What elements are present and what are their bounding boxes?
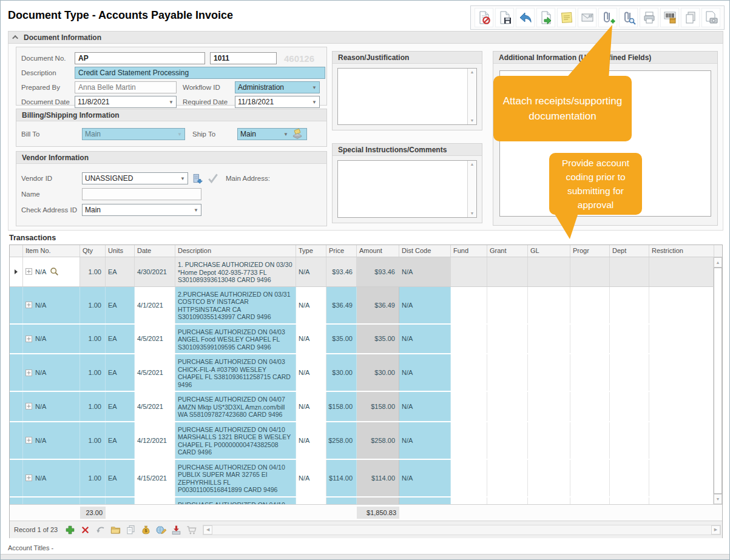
- cell-price[interactable]: $114.00: [326, 460, 357, 496]
- cell-restriction[interactable]: [649, 392, 714, 421]
- vendor-id-dropdown[interactable]: UNASSIGNED▼: [82, 172, 188, 184]
- cell-progr[interactable]: [570, 287, 610, 323]
- cell-dist-code[interactable]: N/A: [399, 354, 451, 391]
- cell-fund[interactable]: [451, 354, 487, 391]
- attach-add-icon[interactable]: [598, 8, 617, 27]
- cell-dept[interactable]: [610, 498, 649, 505]
- cell-type[interactable]: N/A: [296, 392, 326, 421]
- cell-description[interactable]: PURCHASE AUTHORIZED ON 04/10 PUBLIX SUPE…: [175, 460, 296, 496]
- cell-dist-code[interactable]: N/A: [399, 498, 451, 505]
- row-selector[interactable]: [10, 325, 23, 354]
- cell-amount[interactable]: $158.00: [357, 392, 399, 421]
- cell-restriction[interactable]: [649, 287, 714, 323]
- table-row[interactable]: N/A 1.00 EA 4/15/2021 PURCHASE AUTHORIZE…: [10, 460, 714, 498]
- cell-amount[interactable]: $36.49: [357, 287, 399, 323]
- cell-type[interactable]: N/A: [296, 257, 326, 286]
- cell-units[interactable]: EA: [106, 498, 135, 505]
- cell-gl[interactable]: [528, 287, 570, 323]
- document-information-header[interactable]: Document Information: [8, 31, 723, 44]
- void-document-icon[interactable]: [475, 8, 493, 27]
- cell-date[interactable]: 4/30/2021: [135, 257, 175, 286]
- cell-price[interactable]: $30.00: [326, 354, 357, 391]
- header-dist-code[interactable]: Dist Code: [399, 245, 451, 257]
- cell-restriction[interactable]: [649, 422, 714, 459]
- header-gl[interactable]: GL: [528, 245, 570, 257]
- copy-document-icon[interactable]: [124, 524, 137, 536]
- cell-description[interactable]: PURCHASE AUTHORIZED ON 04/03 CHICK-FIL-A…: [175, 354, 296, 391]
- cell-grant[interactable]: [487, 325, 528, 354]
- cell-gl[interactable]: [528, 422, 570, 459]
- cell-dept[interactable]: [610, 287, 649, 323]
- cell-dist-code[interactable]: N/A: [399, 460, 451, 496]
- cell-fund[interactable]: [451, 325, 487, 354]
- cell-price[interactable]: $158.00: [326, 392, 357, 421]
- header-restriction[interactable]: Restriction: [649, 245, 714, 257]
- cell-fund[interactable]: [451, 392, 487, 421]
- scroll-up-icon[interactable]: ▲: [470, 70, 475, 75]
- magnifier-icon[interactable]: [50, 267, 59, 276]
- cell-qty[interactable]: 1.00: [80, 422, 106, 459]
- cell-units[interactable]: EA: [106, 460, 135, 496]
- description-input[interactable]: Credit Card Statement Processing: [75, 67, 325, 79]
- import-icon[interactable]: [170, 524, 183, 536]
- cell-description[interactable]: PURCHASE AUTHORIZED ON 04/03 ANGEL Food …: [175, 325, 296, 354]
- forward-document-icon[interactable]: [536, 8, 555, 27]
- cell-item-no[interactable]: N/A: [23, 354, 80, 391]
- cell-amount[interactable]: $30.00: [357, 354, 399, 391]
- attach-find-icon[interactable]: [619, 8, 638, 27]
- cell-dept[interactable]: [610, 354, 649, 391]
- cell-fund[interactable]: [451, 422, 487, 459]
- cell-date[interactable]: 4/12/2021: [135, 422, 175, 459]
- address-book-icon[interactable]: [291, 128, 304, 140]
- cell-units[interactable]: EA: [106, 257, 135, 286]
- cell-progr[interactable]: [570, 498, 610, 505]
- cell-item-no[interactable]: N/A: [23, 498, 80, 505]
- expand-icon[interactable]: [25, 437, 32, 444]
- cell-grant[interactable]: [487, 498, 528, 505]
- row-selector[interactable]: [10, 354, 23, 391]
- cell-dept[interactable]: [610, 257, 649, 286]
- expand-icon[interactable]: [25, 403, 32, 410]
- required-date-dropdown[interactable]: 11/18/2021▼: [235, 96, 320, 108]
- cell-dist-code[interactable]: N/A: [399, 325, 451, 354]
- vendor-name-input[interactable]: [82, 188, 201, 200]
- cell-grant[interactable]: [487, 460, 528, 496]
- cell-progr[interactable]: [570, 325, 610, 354]
- cell-grant[interactable]: [487, 392, 528, 421]
- cell-item-no[interactable]: N/A: [23, 460, 80, 496]
- cell-amount[interactable]: $93.46: [357, 257, 399, 286]
- undo-icon[interactable]: [94, 524, 107, 536]
- cell-units[interactable]: EA: [106, 287, 135, 323]
- cell-grant[interactable]: [487, 257, 528, 286]
- cell-progr[interactable]: [570, 257, 610, 286]
- cell-dist-code[interactable]: N/A: [399, 422, 451, 459]
- table-row[interactable]: N/A 1.00 EA 4/12/2021 PURCHASE AUTHORIZE…: [10, 422, 714, 460]
- verify-check-icon[interactable]: [206, 172, 220, 184]
- header-dept[interactable]: Dept: [610, 245, 649, 257]
- delete-row-icon[interactable]: [79, 524, 92, 536]
- money-bag-icon[interactable]: $: [140, 524, 152, 536]
- row-selector[interactable]: [10, 460, 23, 496]
- cell-price[interactable]: $258.00: [326, 422, 357, 459]
- row-selector[interactable]: [10, 422, 23, 459]
- row-selector[interactable]: [10, 498, 23, 505]
- cell-qty[interactable]: 1.00: [80, 325, 106, 354]
- scroll-down-button[interactable]: ▼: [714, 494, 722, 504]
- cell-progr[interactable]: [570, 354, 610, 391]
- table-row[interactable]: N/A 1.00 EA 4/5/2021 PURCHASE AUTHORIZED…: [10, 392, 714, 422]
- cell-gl[interactable]: [528, 460, 570, 496]
- notes-icon[interactable]: [557, 8, 576, 27]
- row-selector[interactable]: [10, 257, 23, 286]
- cell-restriction[interactable]: [649, 460, 714, 496]
- cell-type[interactable]: N/A: [296, 460, 326, 496]
- scrollbar[interactable]: ▲▼: [467, 69, 476, 124]
- cell-date[interactable]: 4/12/2021: [135, 498, 175, 505]
- scroll-left-button[interactable]: ◀: [203, 525, 212, 535]
- vendor-lookup-icon[interactable]: [191, 172, 204, 184]
- header-fund[interactable]: Fund: [451, 245, 487, 257]
- vertical-scrollbar[interactable]: ▲ ▼: [713, 257, 722, 504]
- expand-icon[interactable]: [25, 474, 32, 481]
- cell-fund[interactable]: [451, 257, 487, 286]
- header-price[interactable]: Price: [326, 245, 357, 257]
- cell-dept[interactable]: [610, 325, 649, 354]
